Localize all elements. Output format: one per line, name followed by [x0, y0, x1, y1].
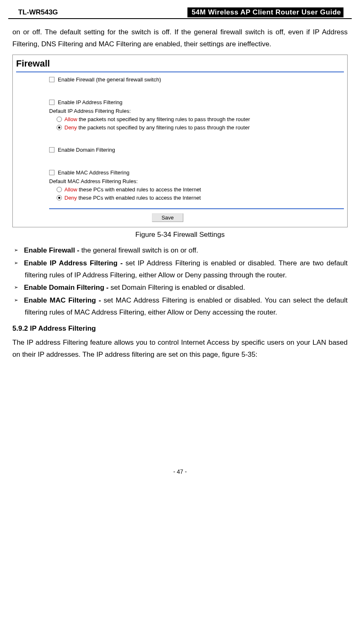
mac-allow-radio[interactable]: [57, 187, 62, 192]
enable-firewall-label: Enable Firewall (the general firewall sw…: [58, 76, 161, 83]
b1-rest: the general firewall switch is on or off…: [81, 246, 198, 254]
enable-ip-label: Enable IP Address Filtering: [58, 99, 123, 105]
ip-allow-radio[interactable]: [57, 117, 62, 122]
bullet-list: Enable Firewall - the general firewall s…: [12, 245, 348, 319]
enable-domain-label: Enable Domain Filtering: [58, 147, 115, 153]
mac-deny-prefix: Deny: [64, 195, 77, 201]
ip-allow-text: Allow the packets not specified by any f…: [64, 116, 250, 122]
enable-ip-checkbox[interactable]: [49, 100, 54, 105]
bullet-enable-mac: Enable MAC Filtering - set MAC Address F…: [14, 295, 348, 319]
page-header: TL-WR543G 54M Wireless AP Client Router …: [8, 5, 352, 19]
header-title: 54M Wireless AP Client Router User Guide: [187, 7, 343, 17]
page-content: on or off. The default setting for the s…: [0, 19, 360, 365]
mac-allow-prefix: Allow: [64, 186, 77, 193]
ip-deny-rest: the packets not specified by any filteri…: [77, 124, 249, 131]
mac-allow-rest: these PCs with enabled rules to access t…: [77, 186, 201, 193]
mac-allow-row: Allow these PCs with enabled rules to ac…: [57, 186, 344, 193]
enable-firewall-row: Enable Firewall (the general firewall sw…: [49, 76, 344, 83]
figure-title: Firewall: [16, 58, 344, 72]
enable-firewall-checkbox[interactable]: [49, 77, 54, 82]
enable-mac-row: Enable MAC Address Filtering: [49, 169, 344, 176]
ip-deny-radio[interactable]: [57, 125, 62, 130]
ip-allow-prefix: Allow: [64, 116, 77, 122]
save-row: Save: [20, 213, 315, 222]
enable-mac-label: Enable MAC Address Filtering: [58, 169, 129, 176]
ip-allow-rest: the packets not specified by any filteri…: [77, 116, 250, 122]
bullet-enable-domain: Enable Domain Filtering - set Domain Fil…: [14, 282, 348, 294]
bullet-enable-ip: Enable IP Address Filtering - set IP Add…: [14, 258, 348, 281]
ip-deny-row: Deny the packets not specified by any fi…: [57, 124, 344, 131]
ip-allow-row: Allow the packets not specified by any f…: [57, 116, 344, 122]
enable-mac-checkbox[interactable]: [49, 170, 54, 175]
ip-rules-label: Default IP Address Filtering Rules:: [49, 108, 344, 114]
save-button[interactable]: Save: [152, 213, 183, 222]
mac-allow-text: Allow these PCs with enabled rules to ac…: [64, 186, 201, 193]
figure-firewall-settings: Firewall Enable Firewall (the general fi…: [12, 55, 348, 227]
header-model: TL-WR543G: [17, 8, 59, 17]
section-heading: 5.9.2 IP Address Filtering: [12, 324, 348, 333]
enable-domain-row: Enable Domain Filtering: [49, 147, 344, 153]
intro-paragraph: on or off. The default setting for the s…: [12, 26, 348, 50]
mac-deny-rest: these PCs with enabled rules to access t…: [77, 195, 201, 201]
ip-deny-prefix: Deny: [64, 124, 77, 131]
mac-rules-label: Default MAC Address Filtering Rules:: [49, 178, 344, 184]
b3-term: Enable Domain Filtering -: [24, 284, 111, 291]
figure-caption: Figure 5-34 Firewall Settings: [12, 231, 348, 239]
mac-deny-text: Deny these PCs with enabled rules to acc…: [64, 195, 201, 201]
mac-deny-row: Deny these PCs with enabled rules to acc…: [57, 195, 344, 201]
b3-rest: set Domain Filtering is enabled or disab…: [111, 284, 245, 291]
b1-term: Enable Firewall -: [24, 246, 81, 254]
b4-term: Enable MAC Filtering -: [24, 296, 104, 304]
mac-deny-radio[interactable]: [57, 195, 62, 200]
enable-ip-row: Enable IP Address Filtering: [49, 99, 344, 105]
section-paragraph: The IP address Filtering feature allows …: [12, 337, 348, 361]
ip-deny-text: Deny the packets not specified by any fi…: [64, 124, 250, 131]
figure-body: Enable Firewall (the general firewall sw…: [16, 76, 344, 222]
figure-divider: [49, 208, 344, 209]
bullet-enable-firewall: Enable Firewall - the general firewall s…: [14, 245, 348, 257]
enable-domain-checkbox[interactable]: [49, 147, 54, 153]
page-number: - 47 -: [0, 468, 360, 482]
b2-term: Enable IP Address Filtering -: [24, 259, 126, 267]
